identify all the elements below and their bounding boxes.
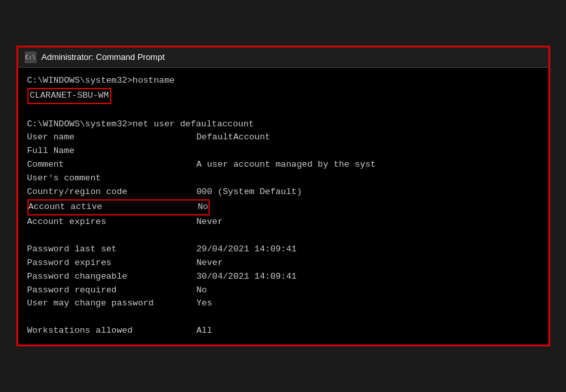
hostname-value: CLARANET-SBU-WM	[27, 88, 539, 104]
hostname-box: CLARANET-SBU-WM	[27, 88, 112, 104]
pwd-required-label: Password required	[27, 284, 197, 298]
pwd-last-set-label: Password last set	[27, 243, 197, 257]
pwd-expires-value: Never	[197, 257, 223, 270]
pwd-expires-label: Password expires	[27, 257, 197, 270]
user-name-label: User name	[27, 131, 197, 145]
title-bar: C:\ Administrator: Command Prompt	[18, 48, 548, 68]
pwd-required-value: No	[197, 284, 207, 298]
account-active-line: Account active No	[27, 199, 539, 216]
full-name-label: Full Name	[27, 145, 197, 158]
workstations-line: Workstations allowed All	[27, 324, 539, 338]
account-expires-value: Never	[197, 216, 223, 229]
full-name-line: Full Name	[27, 145, 539, 158]
window-title: Administrator: Command Prompt	[42, 52, 165, 62]
account-expires-label: Account expires	[27, 216, 197, 229]
country-label: Country/region code	[27, 186, 197, 199]
pwd-expires-line: Password expires Never	[27, 257, 539, 270]
pwd-last-set-line: Password last set 29/04/2021 14:09:41	[27, 243, 539, 257]
account-expires-line: Account expires Never	[27, 216, 539, 229]
user-change-pwd-value: Yes	[197, 297, 212, 311]
account-active-label: Account active	[29, 201, 198, 214]
user-name-value: DefaultAccount	[197, 131, 270, 145]
empty-line-1	[27, 104, 539, 118]
comment-line: Comment A user account managed by the sy…	[27, 158, 539, 172]
pwd-required-line: Password required No	[27, 284, 539, 298]
pwd-changeable-label: Password changeable	[27, 270, 197, 284]
pwd-last-set-value: 29/04/2021 14:09:41	[197, 243, 297, 257]
workstations-label: Workstations allowed	[27, 324, 197, 338]
workstations-value: All	[197, 324, 212, 338]
cmd-netuser-prompt: C:\WINDOWS\system32>net user defaultacco…	[27, 118, 539, 132]
cmd-hostname-prompt: C:\WINDOWS\system32>hostname	[27, 74, 539, 88]
pwd-changeable-value: 30/04/2021 14:09:41	[197, 270, 297, 284]
window-icon: C:\	[25, 51, 36, 63]
pwd-changeable-line: Password changeable 30/04/2021 14:09:41	[27, 270, 539, 284]
user-change-pwd-label: User may change password	[27, 297, 197, 311]
empty-line-3	[27, 311, 539, 324]
account-active-value: No	[198, 201, 208, 214]
console-output: C:\WINDOWS\system32>hostname CLARANET-SB…	[18, 68, 548, 345]
comment-label: Comment	[27, 158, 197, 172]
empty-line-2	[27, 229, 539, 243]
comment-value: A user account managed by the syst	[197, 158, 376, 172]
user-change-pwd-line: User may change password Yes	[27, 297, 539, 311]
country-value: 000 (System Default)	[197, 186, 302, 199]
users-comment-line: User's comment	[27, 172, 539, 186]
command-prompt-window: C:\ Administrator: Command Prompt C:\WIN…	[16, 46, 550, 347]
account-active-box: Account active No	[27, 199, 210, 216]
users-comment-label: User's comment	[27, 172, 197, 186]
user-name-line: User name DefaultAccount	[27, 131, 539, 145]
country-line: Country/region code 000 (System Default)	[27, 186, 539, 199]
